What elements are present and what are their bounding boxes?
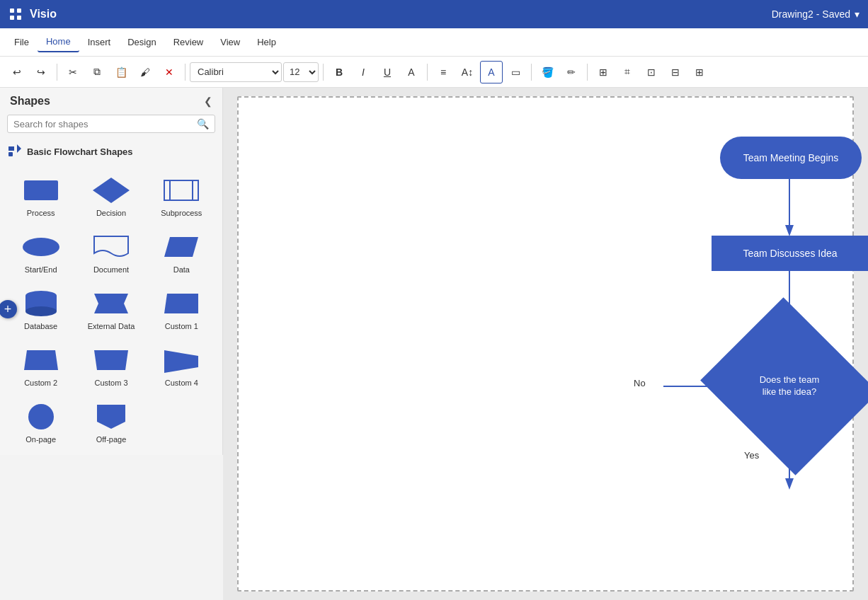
shape-outline-button[interactable]: ▭ bbox=[504, 61, 527, 83]
menu-help[interactable]: Help bbox=[249, 33, 285, 52]
canvas-area[interactable]: Team Meeting Begins Team Discusses Idea … bbox=[223, 88, 868, 600]
container-button[interactable]: ⊡ bbox=[640, 61, 663, 83]
svg-point-16 bbox=[25, 306, 57, 316]
label-yes: Yes bbox=[744, 450, 759, 461]
shape-database[interactable]: Database bbox=[7, 282, 74, 336]
node-team-meeting-begins[interactable]: Team Meeting Begins bbox=[720, 137, 862, 179]
app-grid-icon[interactable] bbox=[8, 7, 23, 21]
shapes-collapse-button[interactable]: ❮ bbox=[204, 96, 212, 107]
search-input-wrap: 🔍 bbox=[7, 115, 215, 133]
doc-dropdown[interactable]: ▾ bbox=[855, 8, 860, 20]
svg-rect-1 bbox=[17, 8, 21, 13]
search-bar: 🔍 bbox=[0, 115, 222, 140]
main-area: Shapes ❮ 🔍 bbox=[0, 88, 868, 600]
toolbar: ↩ ↪ ✂ ⧉ 📋 🖌 ✕ Calibri Arial Times New Ro… bbox=[0, 57, 868, 88]
shape-category-icon bbox=[7, 143, 21, 161]
label-no: No bbox=[634, 378, 646, 388]
search-input[interactable] bbox=[13, 119, 197, 129]
title-bar: Visio Drawing2 - Saved ▾ bbox=[0, 0, 868, 28]
svg-point-22 bbox=[28, 404, 54, 429]
shape-custom1[interactable]: Custom 1 bbox=[148, 282, 215, 336]
svg-rect-10 bbox=[169, 180, 171, 200]
menu-home[interactable]: Home bbox=[38, 32, 79, 52]
svg-rect-11 bbox=[192, 180, 193, 200]
svg-marker-17 bbox=[94, 294, 128, 313]
svg-point-12 bbox=[23, 238, 59, 256]
node-decision-like-idea[interactable]: Does the teamlike the idea? bbox=[722, 328, 857, 445]
app-name: Visio bbox=[30, 8, 57, 21]
shapes-header: Shapes ❮ bbox=[0, 88, 222, 115]
shape-subprocess[interactable]: Subprocess bbox=[148, 169, 215, 223]
layers-button[interactable]: ⊞ bbox=[688, 61, 711, 83]
bold-button[interactable]: B bbox=[328, 61, 350, 83]
shape-onpage[interactable]: On-page bbox=[7, 396, 74, 449]
shapes-title: Shapes bbox=[10, 95, 50, 108]
shape-data[interactable]: Data bbox=[148, 226, 215, 279]
doc-title: Drawing2 - Saved ▾ bbox=[772, 8, 860, 20]
connect-button[interactable]: ⌗ bbox=[616, 61, 639, 83]
redo-button[interactable]: ↪ bbox=[30, 61, 52, 83]
font-size-select[interactable]: 12 10 14 16 bbox=[283, 62, 319, 82]
shape-categories: Basic Flowchart Shapes bbox=[0, 140, 222, 163]
shape-externaldata[interactable]: External Data bbox=[77, 282, 144, 336]
copy-button[interactable]: ⧉ bbox=[86, 61, 108, 83]
underline-button[interactable]: U bbox=[376, 61, 399, 83]
menu-design[interactable]: Design bbox=[119, 33, 164, 52]
shape-document[interactable]: Document bbox=[77, 226, 144, 279]
undo-button[interactable]: ↩ bbox=[6, 61, 28, 83]
search-icon[interactable]: 🔍 bbox=[197, 118, 209, 129]
svg-rect-7 bbox=[24, 180, 58, 200]
text-size-button[interactable]: A↕ bbox=[456, 61, 479, 83]
add-shapes-button[interactable]: + bbox=[0, 300, 17, 318]
svg-rect-3 bbox=[17, 16, 21, 20]
shapes-panel: Shapes ❮ 🔍 bbox=[0, 88, 223, 455]
svg-rect-2 bbox=[10, 16, 14, 20]
svg-marker-20 bbox=[94, 350, 128, 370]
menu-review[interactable]: Review bbox=[165, 33, 212, 52]
node-team-discusses-idea[interactable]: Team Discusses Idea bbox=[712, 236, 868, 271]
shape-custom3[interactable]: Custom 3 bbox=[77, 339, 144, 393]
menu-insert[interactable]: Insert bbox=[79, 33, 120, 52]
shape-custom4[interactable]: Custom 4 bbox=[148, 339, 215, 393]
svg-rect-6 bbox=[8, 152, 13, 156]
align-button[interactable]: ≡ bbox=[432, 61, 455, 83]
svg-marker-13 bbox=[164, 237, 198, 257]
shape-offpage[interactable]: Off-page bbox=[77, 396, 144, 449]
menu-file[interactable]: File bbox=[6, 33, 38, 52]
svg-marker-19 bbox=[24, 350, 58, 370]
menu-bar: File Home Insert Design Review View Help bbox=[0, 28, 868, 57]
svg-rect-4 bbox=[8, 146, 14, 151]
diagram-page: Team Meeting Begins Team Discusses Idea … bbox=[237, 96, 854, 592]
svg-marker-18 bbox=[164, 294, 198, 313]
delete-button[interactable]: ✕ bbox=[158, 61, 181, 83]
svg-marker-8 bbox=[93, 178, 130, 203]
line-color-button[interactable]: ✏ bbox=[560, 61, 583, 83]
svg-marker-23 bbox=[97, 405, 125, 429]
svg-rect-0 bbox=[10, 8, 14, 13]
fill-color-button[interactable]: 🪣 bbox=[536, 61, 559, 83]
svg-marker-5 bbox=[17, 144, 21, 153]
shape-custom2[interactable]: Custom 2 bbox=[7, 339, 74, 393]
arrange-button[interactable]: ⊞ bbox=[592, 61, 615, 83]
paste-button[interactable]: 📋 bbox=[110, 61, 132, 83]
font-color-button[interactable]: A bbox=[400, 61, 423, 83]
italic-button[interactable]: I bbox=[352, 61, 375, 83]
shape-category-label: Basic Flowchart Shapes bbox=[27, 146, 133, 157]
shape-process[interactable]: Process bbox=[7, 169, 74, 223]
format-painter-button[interactable]: 🖌 bbox=[134, 61, 156, 83]
callout-button[interactable]: ⊟ bbox=[664, 61, 687, 83]
shape-decision[interactable]: Decision bbox=[77, 169, 144, 223]
font-select[interactable]: Calibri Arial Times New Roman bbox=[190, 62, 282, 82]
svg-marker-21 bbox=[164, 350, 198, 373]
shapes-grid: Process Decision bbox=[0, 163, 222, 455]
shape-startend[interactable]: Start/End bbox=[7, 226, 74, 279]
text-box-button[interactable]: A bbox=[480, 61, 503, 83]
sidebar-wrapper: Shapes ❮ 🔍 bbox=[0, 88, 223, 600]
menu-view[interactable]: View bbox=[212, 33, 249, 52]
cut-button[interactable]: ✂ bbox=[62, 61, 84, 83]
